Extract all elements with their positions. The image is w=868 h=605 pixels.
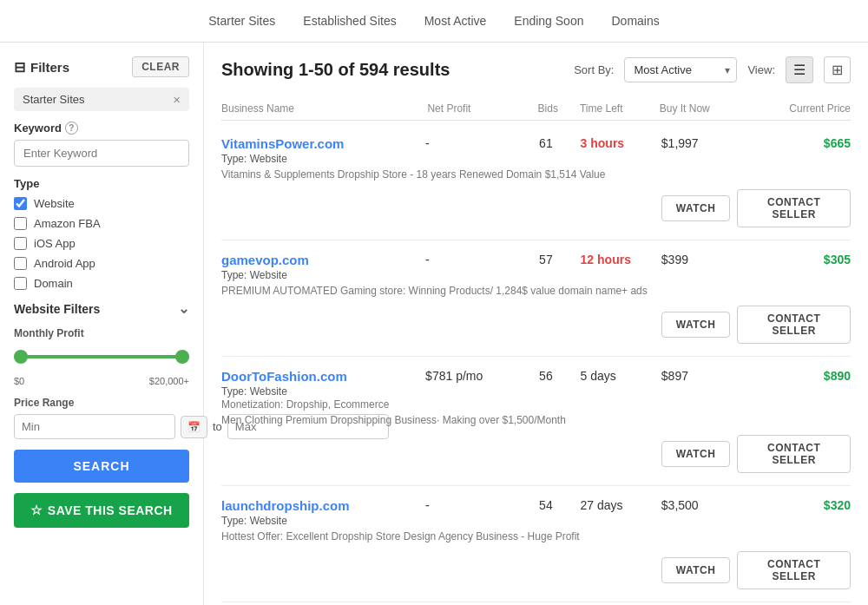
listing-actions-row: WATCHCONTACT SELLER	[221, 426, 851, 473]
contact-seller-button-vitaminpower[interactable]: CONTACT SELLER	[737, 189, 851, 227]
remove-tag-button[interactable]: ×	[173, 93, 181, 106]
price-min-input[interactable]	[14, 414, 175, 439]
contact-seller-button-doortofashion[interactable]: CONTACT SELLER	[737, 435, 851, 473]
listing-row: DoorToFashion.comType: WebsiteMonetizati…	[221, 369, 851, 411]
filters-title: ⊟ Filters	[14, 59, 69, 76]
watch-button-vitaminpower[interactable]: WATCH	[661, 195, 731, 221]
type-label: Type	[14, 177, 189, 190]
listing-time-left: 12 hours	[581, 253, 658, 266]
listing-link-gamevop[interactable]: gamevop.com	[221, 253, 309, 267]
listing-bids: 54	[515, 498, 576, 512]
listing-card-vitaminpower: VitaminsPower.comType: Website-613 hours…	[221, 124, 851, 240]
search-button[interactable]: SEARCH	[14, 450, 189, 483]
view-label: View:	[747, 63, 775, 76]
top-nav-established-sites[interactable]: Established Sites	[303, 10, 396, 31]
listing-type: Type: Website	[221, 153, 415, 165]
watch-button-launchdropship[interactable]: WATCH	[661, 557, 731, 583]
save-search-button[interactable]: ☆ SAVE THIS SEARCH	[14, 493, 189, 528]
sidebar: ⊟ Filters CLEAR Starter Sites × Keyword …	[0, 43, 204, 605]
website-filters-section: Website Filters ⌄	[14, 300, 189, 317]
listing-bids: 57	[515, 253, 576, 266]
listing-buy-it-now: $3,500	[661, 498, 754, 512]
listing-net-profit: -	[418, 498, 511, 512]
type-checkbox-android-app[interactable]: Android App	[14, 257, 189, 270]
keyword-section: Keyword ?	[14, 122, 189, 167]
listing-row: gamevop.comType: Website-5712 hours$399$…	[221, 253, 851, 281]
keyword-input[interactable]	[14, 140, 189, 167]
col-header-bids: Bids	[516, 102, 580, 115]
type-checkbox-website[interactable]: Website	[14, 197, 189, 210]
main-header: Showing 1-50 of 594 results Sort By: Mos…	[221, 56, 851, 83]
col-header-time: Time Left	[580, 102, 660, 115]
listing-time-left: 27 days	[581, 498, 658, 512]
listing-net-profit: -	[418, 253, 511, 266]
listing-current-price: $320	[758, 498, 851, 512]
listing-name-col: DoorToFashion.comType: WebsiteMonetizati…	[221, 369, 415, 411]
listing-name: gamevop.com	[221, 253, 415, 267]
results-title: Showing 1-50 of 594 results	[221, 60, 450, 80]
top-nav-starter-sites[interactable]: Starter Sites	[208, 10, 275, 31]
listing-name: VitaminsPower.com	[221, 136, 415, 151]
listing-monetization: Monetization: Dropship, Ecommerce	[221, 398, 415, 411]
listing-net-profit: -	[418, 136, 511, 150]
website-filters-header[interactable]: Website Filters ⌄	[14, 300, 189, 317]
listing-time-left: 5 days	[581, 369, 658, 383]
listings-container: VitaminsPower.comType: Website-613 hours…	[221, 124, 851, 605]
watch-button-gamevop[interactable]: WATCH	[661, 312, 731, 338]
listing-link-vitaminpower[interactable]: VitaminsPower.com	[221, 136, 344, 151]
view-grid-button[interactable]: ☰	[786, 56, 813, 83]
listing-actions: WATCHCONTACT SELLER	[661, 306, 851, 344]
col-header-profit: Net Profit	[420, 102, 516, 115]
listing-bids: 61	[515, 136, 576, 150]
listing-actions-row: WATCHCONTACT SELLER	[221, 181, 851, 227]
listing-row: launchdropship.comType: Website-5427 day…	[221, 498, 851, 527]
listing-actions-row: WATCHCONTACT SELLER	[221, 297, 851, 344]
col-header-buynow: Buy It Now	[660, 102, 755, 115]
top-nav-most-active[interactable]: Most Active	[424, 10, 487, 31]
help-icon[interactable]: ?	[65, 122, 78, 135]
listing-current-price: $665	[758, 136, 851, 150]
listing-name: DoorToFashion.com	[221, 369, 415, 384]
contact-seller-button-gamevop[interactable]: CONTACT SELLER	[737, 306, 851, 344]
listing-buy-it-now: $1,997	[661, 136, 754, 150]
view-list-button[interactable]: ⊞	[824, 56, 851, 83]
listing-type: Type: Website	[221, 385, 415, 398]
listing-time-left: 3 hours	[581, 136, 658, 150]
listing-name: launchdropship.com	[221, 498, 415, 513]
listing-actions: WATCHCONTACT SELLER	[661, 435, 851, 473]
watch-button-doortofashion[interactable]: WATCH	[661, 441, 731, 467]
listing-name-col: gamevop.comType: Website	[221, 253, 415, 281]
sort-select[interactable]: Most Active	[624, 57, 737, 82]
clear-button[interactable]: CLEAR	[132, 56, 189, 77]
profit-slider[interactable]	[14, 343, 189, 374]
type-checkbox-amazon-fba[interactable]: Amazon FBA	[14, 217, 189, 230]
sort-label: Sort By:	[574, 63, 614, 76]
listing-link-launchdropship[interactable]: launchdropship.com	[221, 498, 350, 513]
listing-link-doortofashion[interactable]: DoorToFashion.com	[221, 369, 347, 384]
table-header: Business Name Net Profit Bids Time Left …	[221, 97, 851, 121]
listing-name-col: launchdropship.comType: Website	[221, 498, 415, 527]
top-nav-domains[interactable]: Domains	[611, 10, 659, 31]
listing-buy-it-now: $897	[661, 369, 754, 383]
listing-bids: 56	[515, 369, 576, 383]
listing-name-col: VitaminsPower.comType: Website	[221, 136, 415, 165]
monthly-profit-label: Monthly Profit	[14, 327, 189, 339]
type-section: Type WebsiteAmazon FBAiOS AppAndroid App…	[14, 177, 189, 290]
listing-card-launchdropship: launchdropship.comType: Website-5427 day…	[221, 486, 851, 602]
type-checkbox-domain[interactable]: Domain	[14, 277, 189, 290]
contact-seller-button-launchdropship[interactable]: CONTACT SELLER	[737, 551, 851, 589]
top-nav: Starter SitesEstablished SitesMost Activ…	[0, 0, 868, 43]
listing-description: Hottest Offer: Excellent Dropship Store …	[221, 530, 851, 543]
top-nav-ending-soon[interactable]: Ending Soon	[514, 10, 583, 31]
star-icon: ☆	[30, 503, 43, 518]
price-range-label: Price Range	[14, 397, 189, 409]
col-header-price: Current Price	[755, 102, 851, 115]
listing-current-price: $305	[758, 253, 851, 266]
listing-type: Type: Website	[221, 515, 415, 527]
listing-actions: WATCHCONTACT SELLER	[661, 189, 851, 227]
listing-type: Type: Website	[221, 269, 415, 281]
listing-description: PREMIUM AUTOMATED Gaming store: Winning …	[221, 285, 851, 297]
price-range-section: Price Range 📅 to	[14, 397, 189, 439]
listing-card-gamevop: gamevop.comType: Website-5712 hours$399$…	[221, 240, 851, 357]
type-checkbox-ios-app[interactable]: iOS App	[14, 237, 189, 250]
